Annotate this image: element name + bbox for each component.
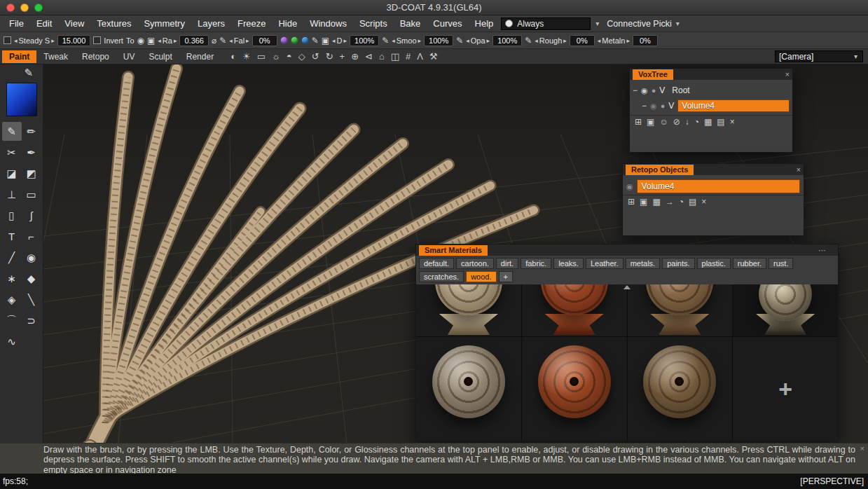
add-material-tab-button[interactable]: + (499, 271, 513, 282)
smoothing-stepper[interactable]: ◂Smoo▸ (392, 36, 421, 45)
resolution-icon[interactable]: ▦ (704, 118, 712, 126)
materials-titlebar[interactable]: Smart Materials ⋯ (416, 245, 838, 256)
menu-hide[interactable]: Hide (272, 18, 303, 29)
material-tab-plastic[interactable]: plastic. (697, 258, 731, 269)
roughness-value[interactable]: 0% (570, 35, 595, 46)
steady-stroke-stepper[interactable]: ◂Steady S▸ (14, 36, 55, 45)
image-tool[interactable]: ▯ (2, 206, 22, 225)
material-swatch-wood-turned-orange[interactable] (522, 337, 627, 441)
import-icon[interactable]: → (666, 198, 674, 206)
metalness-value[interactable]: 0% (633, 35, 658, 46)
stepper-right-arrow[interactable]: ▸ (418, 37, 422, 44)
export-icon[interactable]: ▤ (717, 118, 724, 126)
eye-tool[interactable]: ◉ (22, 248, 41, 267)
material-tab-fabric[interactable]: fabric. (521, 258, 551, 269)
material-tab-rust[interactable]: rust. (769, 258, 793, 269)
opacity-pencil-icon[interactable]: ✎ (456, 36, 463, 45)
mannequin-icon[interactable]: Λ (417, 52, 423, 61)
brush-small-icon[interactable]: ✎ (24, 64, 33, 83)
history-icon[interactable]: ◔ (694, 118, 699, 126)
stepper-right-arrow[interactable]: ▸ (51, 37, 55, 44)
material-tab-scratches[interactable]: scratches. (419, 271, 464, 282)
always-checkbox[interactable] (505, 20, 513, 27)
cube-view-icon[interactable]: ◫ (391, 52, 399, 61)
collapse-icon[interactable]: − (633, 85, 638, 95)
pen-tool[interactable]: ✒ (22, 143, 41, 162)
depth-lock-icon[interactable]: ▣ (322, 36, 329, 45)
opacity-value[interactable]: 100% (492, 35, 522, 46)
material-tab-default[interactable]: default. (419, 258, 454, 269)
material-tab-Leather[interactable]: Leather. (586, 258, 624, 269)
radius-stepper[interactable]: ◂Ra▸ (158, 36, 177, 45)
shader-ball-icon[interactable]: ● (652, 86, 656, 95)
spline-tool[interactable]: ∫ (22, 206, 41, 225)
zoom-icon[interactable]: ⊕ (351, 52, 359, 61)
add-object-icon[interactable]: ⊞ (628, 198, 635, 206)
roughness-pencil-icon[interactable]: ✎ (525, 36, 532, 45)
mask-tool[interactable]: ✂ (2, 143, 22, 162)
metalness-stepper[interactable]: ◂Metaln▸ (598, 36, 630, 45)
shadow-icon[interactable]: ◓ (287, 52, 292, 61)
zoom-window-button[interactable] (34, 4, 43, 12)
tools-icon[interactable]: ⚒ (429, 52, 438, 61)
flat-shade-icon[interactable]: ▭ (257, 52, 266, 61)
airbrush-tool[interactable]: ✏ (22, 122, 41, 141)
grid-icon[interactable]: ▦ (652, 198, 660, 206)
room-tab-tweak[interactable]: Tweak (36, 50, 75, 63)
rotate-cw-icon[interactable]: ↻ (326, 52, 333, 61)
depth-value[interactable]: 100% (350, 35, 379, 46)
stepper-left-arrow[interactable]: ◂ (158, 37, 161, 44)
voxtree-item-label-selected[interactable]: Volume4 (677, 99, 790, 112)
material-swatch-wood-brown[interactable] (628, 284, 733, 336)
pencil-tool[interactable]: ╲ (22, 290, 41, 309)
shader-ball-icon[interactable]: ● (661, 102, 666, 110)
connective-dropdown[interactable]: Connective Picki ▾ (604, 19, 683, 29)
menu-windows[interactable]: Windows (303, 18, 353, 29)
history-icon[interactable]: ◔ (679, 198, 684, 206)
add-volume-icon[interactable]: ⊞ (635, 118, 642, 126)
pen-pressure-icon[interactable]: ◉ (137, 36, 144, 45)
stepper-right-arrow[interactable]: ▸ (174, 37, 177, 44)
home-view-icon[interactable]: ⌂ (379, 52, 385, 61)
room-tab-retopo[interactable]: Retopo (75, 50, 116, 63)
magnifier-icon[interactable]: ⌀ (212, 36, 216, 45)
menu-scripts[interactable]: Scripts (353, 18, 394, 29)
brush-alpha-checkbox[interactable] (4, 36, 11, 44)
voxel-mode-icon[interactable]: V (659, 85, 665, 95)
collapse-icon[interactable]: − (642, 101, 647, 111)
material-tab-metals[interactable]: metals. (626, 258, 660, 269)
material-tab-dirt[interactable]: dirt. (496, 258, 518, 269)
depth-stepper[interactable]: ◂D▸ (332, 36, 347, 45)
spark-tool[interactable]: ◈ (2, 290, 22, 309)
help-close-icon[interactable]: × (860, 444, 864, 453)
room-tab-render[interactable]: Render (179, 50, 221, 63)
text-tool[interactable]: T (2, 227, 22, 246)
stepper-left-arrow[interactable]: ◂ (535, 37, 538, 44)
sun-icon[interactable]: ☀ (242, 52, 251, 61)
clone-tool[interactable]: ⊃ (22, 311, 41, 330)
voxel-mode-icon[interactable]: V (668, 101, 674, 111)
stepper-left-arrow[interactable]: ◂ (332, 37, 336, 44)
menu-file[interactable]: File (3, 18, 30, 29)
room-tab-uv[interactable]: UV (116, 50, 142, 63)
roughness-stepper[interactable]: ◂Rough▸ (535, 36, 566, 45)
pan-icon[interactable]: + (340, 52, 345, 61)
visibility-icon[interactable]: ◉ (641, 86, 648, 95)
close-icon[interactable]: × (797, 164, 801, 175)
material-tab-rubber[interactable]: rubber. (733, 258, 766, 269)
pipe-tool[interactable]: ⌒ (2, 311, 22, 330)
delete-icon[interactable]: × (730, 118, 735, 126)
room-tab-paint[interactable]: Paint (2, 50, 36, 63)
stepper-left-arrow[interactable]: ◂ (392, 37, 395, 44)
menu-freeze[interactable]: Freeze (231, 18, 272, 29)
menu-layers[interactable]: Layers (191, 18, 231, 29)
opacity-stepper[interactable]: ◂Opa▸ (466, 36, 490, 45)
pattern-tool[interactable]: ∗ (2, 269, 22, 288)
visibility-icon[interactable]: ◉ (626, 182, 633, 191)
menu-symmetry[interactable]: Symmetry (137, 18, 191, 29)
room-tab-sculpt[interactable]: Sculpt (142, 50, 179, 63)
grid-icon[interactable]: # (406, 52, 411, 61)
menu-edit[interactable]: Edit (30, 18, 58, 29)
material-swatch-wood-pale[interactable] (733, 284, 838, 336)
menu-textures[interactable]: Textures (90, 18, 137, 29)
